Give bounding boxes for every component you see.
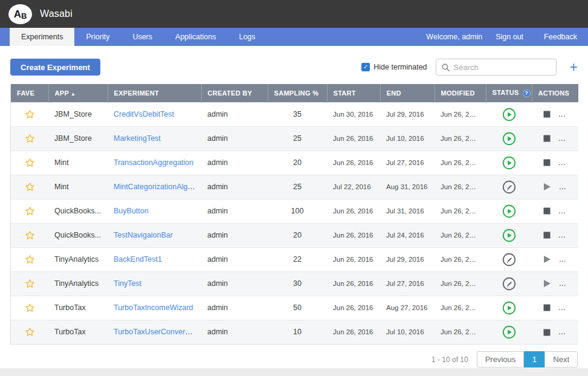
table-row: JBM_Store CreditVsDebitTest admin 35 Jun…: [11, 102, 578, 126]
current-page-button[interactable]: 1: [524, 351, 544, 368]
favorite-star-icon[interactable]: [24, 109, 36, 120]
add-experiment-icon[interactable]: +: [570, 60, 578, 74]
tab-experiments[interactable]: Experiments: [10, 28, 74, 46]
end-date: Jul 27, 2016: [380, 151, 435, 175]
experiment-link[interactable]: TurboTaxIncomeWizard: [114, 303, 193, 312]
tab-priority[interactable]: Priority: [74, 28, 121, 46]
end-date: Jul 29, 2016: [380, 247, 435, 271]
favorite-star-icon[interactable]: [24, 278, 36, 290]
experiment-link[interactable]: TransactionAggregation: [114, 158, 193, 167]
terminate-x-icon[interactable]: [563, 207, 572, 215]
table-row: TurboTax TurboTaxIncomeWizard admin 50 J…: [11, 296, 578, 320]
col-fave[interactable]: FAVE: [11, 84, 48, 102]
created-by: admin: [201, 102, 268, 126]
stop-icon[interactable]: [543, 159, 551, 166]
terminate-x-icon[interactable]: [563, 303, 572, 312]
app-name: JBM_Store: [48, 102, 108, 126]
favorite-star-icon[interactable]: [24, 230, 36, 241]
created-by: admin: [201, 271, 268, 296]
modified-date: Jun 26, 2016: [435, 151, 486, 175]
experiment-link[interactable]: CreditVsDebitTest: [114, 110, 174, 118]
stop-icon[interactable]: [543, 135, 551, 142]
terminate-x-icon[interactable]: [563, 110, 572, 118]
favorite-star-icon[interactable]: [24, 326, 36, 338]
toolbar: Create Experiment ✓ Hide terminated +: [10, 59, 578, 76]
favorite-star-icon[interactable]: [24, 206, 36, 217]
sign-out-link[interactable]: Sign out: [496, 33, 523, 41]
terminate-x-icon[interactable]: [563, 328, 572, 337]
status-draft-icon: [502, 253, 516, 267]
previous-page-button[interactable]: Previous: [477, 351, 525, 368]
col-status[interactable]: STATUS?: [486, 84, 532, 102]
experiment-link[interactable]: MarketingTest: [114, 134, 161, 143]
table-body: JBM_Store CreditVsDebitTest admin 35 Jun…: [11, 102, 578, 344]
end-date: Aug 27, 2016: [380, 296, 435, 320]
end-date: Jul 31, 2016: [380, 199, 435, 223]
favorite-star-icon[interactable]: [24, 254, 36, 265]
col-modified[interactable]: MODIFIED: [435, 84, 486, 102]
experiment-link[interactable]: TestNavigaionBar: [114, 231, 173, 239]
favorite-star-icon[interactable]: [24, 302, 36, 314]
modified-date: Jun 26, 2016: [435, 320, 486, 344]
status-draft-icon: [502, 277, 516, 291]
tab-applications[interactable]: Applications: [164, 28, 227, 46]
status-running-icon: [502, 108, 516, 122]
terminate-x-icon[interactable]: [563, 158, 572, 167]
search-input[interactable]: [454, 63, 551, 72]
end-date: Jul 29, 2016: [380, 102, 435, 126]
stop-icon[interactable]: [543, 111, 551, 118]
status-help-icon[interactable]: ?: [523, 89, 531, 97]
favorite-star-icon[interactable]: [24, 133, 36, 144]
experiment-link[interactable]: BuyButton: [114, 207, 149, 215]
start-date: Jul 22, 2016: [327, 175, 380, 199]
start-play-icon[interactable]: [543, 183, 551, 191]
nav-tabs: Experiments Priority Users Applications …: [10, 28, 267, 46]
tab-users[interactable]: Users: [121, 28, 164, 46]
main-content: Create Experiment ✓ Hide terminated + FA…: [0, 59, 588, 368]
col-actions: ACTIONS: [532, 84, 578, 102]
experiment-link[interactable]: MintCategorizationAlgorit...: [114, 183, 201, 191]
col-created-by[interactable]: CREATED BY: [201, 84, 268, 102]
col-start[interactable]: START: [327, 84, 380, 102]
stop-icon[interactable]: [543, 304, 551, 311]
pagination: 1 - 10 of 10 Previous 1 Next: [10, 351, 578, 368]
end-date: Aug 31, 2016: [380, 175, 435, 199]
modified-date: Jun 26, 2016: [435, 271, 486, 296]
favorite-star-icon[interactable]: [24, 181, 36, 193]
wasabi-logo-icon[interactable]: AB: [8, 4, 32, 24]
created-by: admin: [201, 247, 268, 271]
next-page-button[interactable]: Next: [544, 351, 578, 368]
col-app[interactable]: APP▲: [48, 84, 108, 102]
stop-icon[interactable]: [543, 232, 551, 239]
hide-terminated-checkbox[interactable]: ✓: [361, 63, 370, 71]
col-experiment[interactable]: EXPERIMENT: [108, 84, 201, 102]
modified-date: Jun 26, 2016: [435, 296, 486, 320]
experiment-link[interactable]: TinyTest: [114, 279, 141, 288]
start-play-icon[interactable]: [543, 255, 551, 264]
start-date: Jun 26, 2016: [327, 126, 380, 151]
trash-icon[interactable]: [564, 279, 573, 289]
status-running-icon: [502, 229, 516, 242]
start-play-icon[interactable]: [543, 279, 551, 288]
experiment-link[interactable]: BackEndTest1: [114, 255, 162, 264]
col-sampling[interactable]: SAMPLING %: [268, 84, 327, 102]
trash-icon[interactable]: [564, 254, 573, 265]
start-date: Jun 26, 2016: [327, 320, 380, 344]
feedback-link[interactable]: Feedback: [544, 33, 577, 41]
favorite-star-icon[interactable]: [24, 157, 36, 169]
trash-icon[interactable]: [564, 182, 573, 192]
start-date: Jun 30, 2016: [327, 102, 380, 126]
col-end[interactable]: END: [380, 84, 435, 102]
created-by: admin: [201, 296, 268, 320]
terminate-x-icon[interactable]: [563, 231, 572, 239]
table-row: QuickBooks... TestNavigaionBar admin 20 …: [11, 223, 578, 247]
modified-date: Jun 26, 2016: [435, 175, 486, 199]
hide-terminated-label[interactable]: Hide terminated: [373, 63, 427, 71]
stop-icon[interactable]: [543, 207, 551, 215]
stop-icon[interactable]: [543, 329, 551, 336]
tab-logs[interactable]: Logs: [227, 28, 267, 46]
modified-date: Jun 26, 2016: [435, 126, 486, 151]
terminate-x-icon[interactable]: [563, 134, 572, 143]
experiment-link[interactable]: TurboTaxUserConversion...: [114, 328, 201, 336]
create-experiment-button[interactable]: Create Experiment: [10, 59, 100, 76]
